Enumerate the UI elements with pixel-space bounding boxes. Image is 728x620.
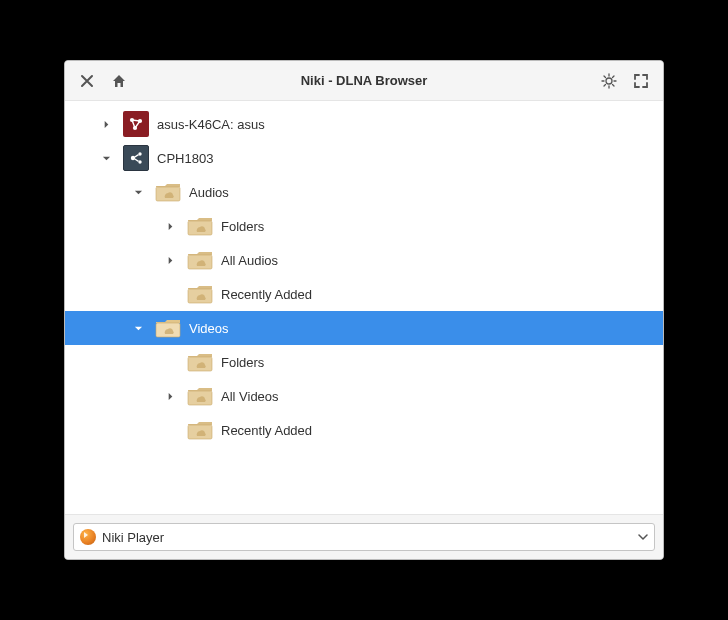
svg-line-8 [613, 76, 615, 78]
tree-row-label: All Videos [221, 389, 279, 404]
tree-row-label: All Audios [221, 253, 278, 268]
svg-line-7 [604, 84, 606, 86]
folder-icon [187, 249, 213, 271]
tree-row-label: Videos [189, 321, 229, 336]
close-button[interactable] [73, 67, 101, 95]
tree-row[interactable]: Recently Added [65, 277, 663, 311]
expand-icon[interactable] [161, 251, 179, 269]
share-device-icon [123, 145, 149, 171]
folder-icon [155, 317, 181, 339]
tree-row-label: CPH1803 [157, 151, 213, 166]
svg-point-14 [138, 160, 141, 163]
tree-row-label: Recently Added [221, 423, 312, 438]
expander-placeholder [161, 353, 179, 371]
fullscreen-icon [633, 73, 649, 89]
folder-icon [187, 283, 213, 305]
tree-row[interactable]: All Audios [65, 243, 663, 277]
svg-line-16 [135, 159, 139, 161]
theme-toggle-button[interactable] [595, 67, 623, 95]
collapse-icon[interactable] [129, 183, 147, 201]
tree-row[interactable]: CPH1803 [65, 141, 663, 175]
svg-line-6 [613, 84, 615, 86]
svg-line-15 [135, 155, 139, 157]
tree-row[interactable]: All Videos [65, 379, 663, 413]
folder-icon [155, 181, 181, 203]
tree-row[interactable]: Recently Added [65, 413, 663, 447]
tree-row-label: Recently Added [221, 287, 312, 302]
tree-view[interactable]: asus-K46CA: asus CPH1803 Audios Folders … [65, 101, 663, 514]
tree-row-label: asus-K46CA: asus [157, 117, 265, 132]
window-title: Niki - DLNA Browser [137, 73, 591, 88]
chevron-down-icon [638, 530, 648, 545]
tree-row[interactable]: Videos [65, 311, 663, 345]
collapse-icon[interactable] [97, 149, 115, 167]
expander-placeholder [161, 421, 179, 439]
tree-row[interactable]: asus-K46CA: asus [65, 107, 663, 141]
folder-icon [187, 215, 213, 237]
media-server-icon [123, 111, 149, 137]
bottom-bar: Niki Player [65, 514, 663, 559]
player-select[interactable]: Niki Player [73, 523, 655, 551]
window: Niki - DLNA Browser asus-K46CA: asus [64, 60, 664, 560]
expand-icon[interactable] [97, 115, 115, 133]
tree-row[interactable]: Audios [65, 175, 663, 209]
tree-row-label: Folders [221, 219, 264, 234]
tree-row[interactable]: Folders [65, 209, 663, 243]
home-icon [111, 73, 127, 89]
expander-placeholder [161, 285, 179, 303]
player-app-icon [80, 529, 96, 545]
svg-point-0 [606, 78, 612, 84]
sun-icon [601, 73, 617, 89]
tree-row[interactable]: Folders [65, 345, 663, 379]
svg-line-5 [604, 76, 606, 78]
expand-icon[interactable] [161, 387, 179, 405]
player-select-label: Niki Player [102, 530, 632, 545]
close-icon [79, 73, 95, 89]
folder-icon [187, 351, 213, 373]
collapse-icon[interactable] [129, 319, 147, 337]
folder-icon [187, 385, 213, 407]
tree-row-label: Folders [221, 355, 264, 370]
tree-row-label: Audios [189, 185, 229, 200]
expand-icon[interactable] [161, 217, 179, 235]
titlebar: Niki - DLNA Browser [65, 61, 663, 101]
home-button[interactable] [105, 67, 133, 95]
folder-icon [187, 419, 213, 441]
fullscreen-button[interactable] [627, 67, 655, 95]
svg-point-13 [138, 152, 141, 155]
